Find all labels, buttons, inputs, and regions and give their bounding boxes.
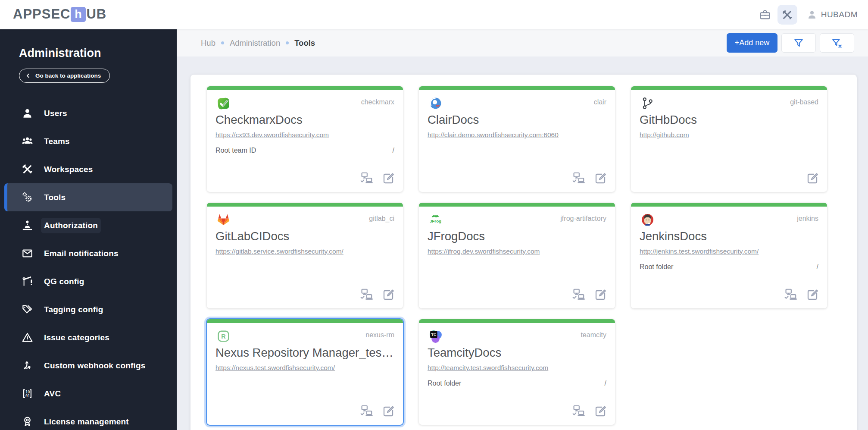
breadcrumb-item-administration[interactable]: Administration [230, 38, 280, 48]
qg-gate-icon [21, 275, 34, 288]
tool-card-checkmarxdocs[interactable]: checkmarx CheckmarxDocs https://cx93.dev… [207, 86, 403, 192]
sidebar-item-qg-config[interactable]: QG config [0, 267, 177, 295]
test-connection-icon[interactable] [782, 288, 798, 302]
tag-icon [21, 303, 34, 316]
tool-url-link[interactable]: https://nexus.test.swordfishsecurity.com… [215, 364, 394, 372]
tool-url-link[interactable]: http://clair.demo.swordfishsecurity.com:… [428, 131, 606, 139]
card-actions [358, 288, 396, 302]
test-connection-icon[interactable] [358, 404, 374, 419]
tool-card-teamcitydocs[interactable]: TC teamcity TeamcityDocs http://teamcity… [419, 319, 615, 425]
card-actions [570, 404, 608, 419]
edit-icon[interactable] [593, 171, 608, 186]
sidebar-item-tools[interactable]: Tools [4, 183, 172, 211]
sidebar-item-issue-categories[interactable]: Issue categories [0, 323, 177, 352]
webhook-icon [21, 359, 34, 372]
briefcase-icon[interactable] [759, 8, 771, 21]
meta-value: / [817, 263, 818, 271]
tool-title: TeamcityDocs [428, 346, 606, 360]
edit-icon[interactable] [381, 288, 396, 302]
top-header: APPSEChUB HUBADM [0, 0, 868, 29]
go-back-button[interactable]: Go back to applications [19, 69, 110, 83]
svg-text:TC: TC [431, 333, 437, 337]
tool-url-link[interactable]: https://cx93.dev.swordfishsecurity.com [215, 131, 394, 139]
meta-label: Root team ID [215, 147, 256, 154]
tool-card-jfrogdocs[interactable]: JFrog jfrog-artifactory JFrogDocs https:… [419, 203, 615, 308]
sidebar-item-license-management[interactable]: License management [0, 408, 177, 430]
tool-type-label: git-based [790, 98, 818, 106]
card-actions [358, 404, 396, 419]
test-connection-icon[interactable] [358, 171, 374, 186]
tool-type-label: gitlab_ci [369, 215, 394, 223]
edit-icon[interactable] [805, 171, 820, 186]
tool-type-label: checkmarx [361, 98, 394, 106]
sidebar-item-custom-webhook-configs[interactable]: Custom webhook configs [0, 352, 177, 380]
tool-url-link[interactable]: http://github.com [640, 131, 818, 139]
logo-text-suffix: UB [86, 6, 106, 22]
tool-card-gitlabcidocs[interactable]: gitlab_ci GitLabCIDocs https://gitlab.se… [207, 203, 403, 308]
tool-title: JFrogDocs [428, 229, 606, 243]
gears-icon [21, 191, 34, 204]
meta-value: / [393, 147, 394, 154]
appsechub-logo[interactable]: APPSEChUB [13, 6, 106, 22]
teams-icon [21, 135, 34, 148]
user-icon [21, 107, 34, 120]
app-root: APPSEChUB HUBADM Administration Go back … [0, 0, 868, 430]
tool-title: JenkinsDocs [640, 229, 818, 243]
breadcrumb-bar: HubAdministrationTools +Add new [177, 29, 868, 56]
tool-url-link[interactable]: https://jfrog.dev.swordfishsecurity.com [428, 248, 606, 255]
jfrog-logo: JFrog [428, 213, 443, 227]
user-menu[interactable]: HUBADM [807, 9, 858, 20]
medal-icon [21, 415, 34, 428]
filter-icon [793, 38, 804, 49]
card-status-bar [631, 86, 827, 90]
edit-icon[interactable] [593, 288, 608, 302]
checkmarx-logo [216, 96, 231, 110]
admin-tools-button[interactable] [777, 5, 797, 25]
tool-title: GitHbDocs [640, 113, 818, 127]
sidebar-item-tagging-config[interactable]: Tagging config [0, 295, 177, 323]
tool-url-link[interactable]: http://teamcity.test.swordfishsecurity.c… [428, 364, 606, 372]
sidebar-item-workspaces[interactable]: Workspaces [0, 155, 177, 183]
nexus-logo: R [216, 329, 231, 343]
tool-card-clairdocs[interactable]: clair ClairDocs http://clair.demo.swordf… [419, 86, 615, 192]
filter-button[interactable] [781, 33, 816, 53]
user-icon [807, 9, 817, 20]
tool-type-label: clair [594, 98, 606, 106]
tool-card-jenkinsdocs[interactable]: jenkins JenkinsDocs http://jenkins.test.… [631, 203, 827, 308]
breadcrumb-separator-dot [286, 41, 289, 44]
svg-text:01: 01 [25, 394, 30, 398]
filter-clear-button[interactable] [820, 33, 854, 53]
tool-card-githbdocs[interactable]: git-based GitHbDocs http://github.com [631, 86, 827, 192]
breadcrumb-item-hub[interactable]: Hub [201, 38, 215, 48]
tool-card-nexus-repository-manager-test[interactable]: R nexus-rm Nexus Repository Manager_test… [207, 319, 403, 425]
sidebar-item-email-notifications[interactable]: Email notifications [0, 239, 177, 267]
edit-icon[interactable] [805, 288, 820, 302]
card-actions [782, 288, 820, 302]
test-connection-icon[interactable] [570, 171, 586, 186]
sidebar-title: Administration [19, 47, 177, 60]
binary-brackets-icon: 1001 [21, 387, 34, 400]
logo-h-icon: h [71, 7, 86, 22]
sidebar-item-teams[interactable]: Teams [0, 127, 177, 155]
edit-icon[interactable] [593, 404, 608, 419]
edit-icon[interactable] [381, 171, 396, 186]
add-new-button[interactable]: +Add new [727, 33, 777, 53]
email-icon [21, 247, 34, 260]
edit-icon[interactable] [381, 404, 396, 419]
tool-title: CheckmarxDocs [215, 113, 394, 127]
sidebar-item-authorization[interactable]: Authorization [0, 211, 177, 239]
test-connection-icon[interactable] [358, 288, 374, 302]
tool-type-label: teamcity [581, 331, 606, 339]
test-connection-icon[interactable] [570, 404, 586, 419]
sidebar-item-avc[interactable]: 1001 AVC [0, 380, 177, 408]
sidebar-item-users[interactable]: Users [0, 99, 177, 127]
git-branch-logo [640, 96, 655, 110]
breadcrumb-separator-dot [221, 41, 224, 44]
tool-url-link[interactable]: https://gitlab.service.swordfishsecurity… [215, 248, 394, 255]
tool-url-link[interactable]: http://jenkins.test.swordfishsecurity.co… [640, 248, 818, 255]
card-status-bar [419, 86, 615, 90]
warning-triangle-icon [21, 331, 34, 344]
admin-sidebar: Administration Go back to applications U… [0, 29, 177, 430]
test-connection-icon[interactable] [570, 288, 586, 302]
meta-label: Root folder [640, 263, 673, 271]
